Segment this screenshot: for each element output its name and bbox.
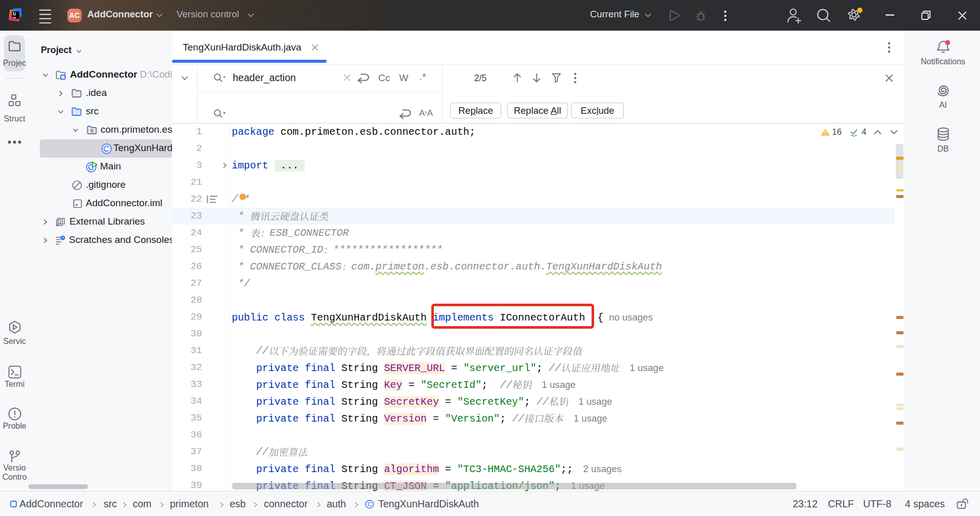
svg-text:C: C (368, 501, 373, 508)
